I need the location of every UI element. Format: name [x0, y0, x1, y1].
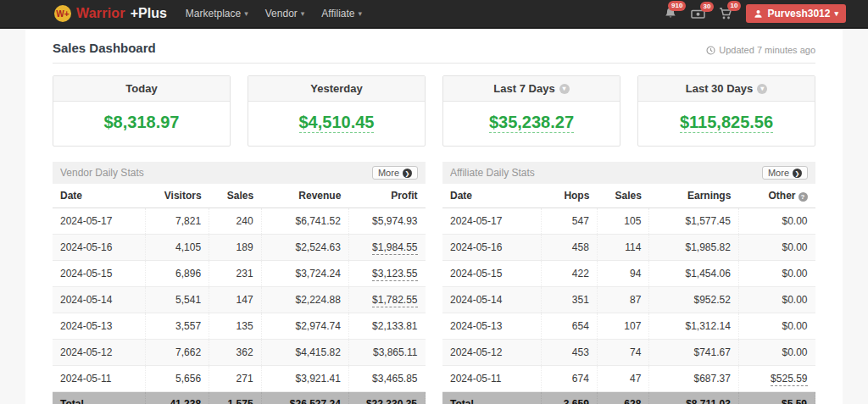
tooltip-value[interactable]: $1,782.55 [372, 294, 417, 307]
value-cell: $687.37 [649, 366, 738, 392]
column-header: Other? [738, 184, 815, 208]
value-cell: $3,921.41 [261, 366, 348, 392]
card-label: Today [125, 82, 157, 95]
value-cell: $3,465.85 [348, 366, 425, 392]
affiliate-stats-table: DateHopsSalesEarningsOther? 2024-05-1754… [442, 184, 815, 404]
person-icon [754, 9, 763, 19]
value-cell: $1,782.55 [348, 287, 425, 313]
value-cell: $2,524.63 [261, 235, 348, 261]
value-cell: $1,985.82 [649, 235, 738, 261]
notifications-button[interactable]: 910 [664, 7, 677, 20]
date-cell: 2024-05-16 [442, 235, 541, 261]
card-last-30-days: Last 30 Days ▾ $115,825.56 [637, 75, 815, 147]
brand-name-plus: +Plus [131, 6, 167, 21]
chevron-down-circle-icon[interactable]: ▾ [559, 84, 570, 94]
user-menu-button[interactable]: Purvesh3012 ▾ [746, 4, 846, 23]
total-cell: 1,575 [209, 392, 262, 404]
value-cell: $2,133.81 [348, 313, 425, 340]
vendor-stats-table: DateVisitorsSalesRevenueProfit 2024-05-1… [53, 184, 426, 404]
cart-button[interactable]: 10 [719, 7, 732, 20]
notifications-badge: 910 [668, 1, 686, 11]
value-cell: 351 [541, 287, 597, 313]
card-header: Last 30 Days ▾ [638, 76, 815, 102]
top-navbar: W+ Warrior+Plus Marketplace ▾ Vendor ▾ A… [0, 0, 868, 29]
value-cell: 47 [597, 366, 649, 392]
value-cell: 240 [209, 208, 262, 235]
total-cell: 41,238 [146, 392, 209, 404]
table-row: 2024-05-1167447$687.37$525.59 [442, 366, 815, 392]
date-cell: 2024-05-17 [53, 208, 146, 235]
vendor-more-button[interactable]: More ❯ [372, 166, 418, 180]
tooltip-value[interactable]: $3,123.55 [372, 268, 417, 281]
menu-item-vendor[interactable]: Vendor ▾ [265, 8, 305, 19]
main-menu: Marketplace ▾ Vendor ▾ Affiliate ▾ [186, 8, 362, 19]
sales-button[interactable]: 30 [691, 8, 705, 20]
value-cell: 3,557 [146, 313, 209, 340]
total-cell: 628 [597, 392, 649, 404]
help-icon[interactable]: ? [798, 192, 808, 202]
panel-header: Vendor Daily Stats More ❯ [53, 162, 426, 184]
column-header: Date [442, 184, 541, 208]
menu-item-label: Vendor [265, 8, 298, 19]
value-cell: 147 [209, 287, 262, 313]
total-cell: $5.59 [738, 392, 815, 404]
more-label: More [768, 168, 789, 178]
value-cell: $4,415.82 [261, 340, 348, 366]
sales-badge: 30 [700, 2, 715, 12]
value-cell: 5,656 [146, 366, 209, 392]
chevron-down-icon: ▾ [358, 9, 362, 18]
table-row: 2024-05-13654107$1,312.14$0.00 [442, 313, 815, 340]
table-row: 2024-05-133,557135$2,974.74$2,133.81 [53, 313, 426, 340]
value-cell: $0.00 [738, 340, 815, 366]
value-cell: 114 [597, 235, 649, 261]
affiliate-stats-panel: Affiliate Daily Stats More ❯ DateHopsSal… [442, 162, 815, 404]
total-row: Total3,659628$8,711.03$5.59 [442, 392, 815, 404]
value-cell: $741.67 [649, 340, 738, 366]
chevron-down-icon: ▾ [244, 9, 248, 18]
value-cell: $3,123.55 [348, 261, 425, 287]
chevron-down-icon: ▾ [301, 9, 305, 18]
warriorplus-logo-icon: W+ [54, 5, 71, 22]
affiliate-more-button[interactable]: More ❯ [762, 166, 808, 180]
value-cell: $952.52 [649, 287, 738, 313]
table-row: 2024-05-115,656271$3,921.41$3,465.85 [53, 366, 426, 392]
column-header: Revenue [261, 184, 348, 208]
card-amount: $8,318.97 [104, 113, 180, 131]
table-row: 2024-05-127,662362$4,415.82$3,865.11 [53, 340, 426, 366]
value-cell: $0.00 [738, 261, 815, 287]
value-cell: $0.00 [738, 313, 815, 340]
chevron-down-circle-icon[interactable]: ▾ [757, 84, 767, 94]
column-header: Sales [597, 184, 649, 208]
value-cell: 135 [209, 313, 262, 340]
card-amount: $35,238.27 [489, 113, 574, 133]
page-title: Sales Dashboard [53, 41, 156, 55]
total-cell: $22,330.35 [348, 392, 425, 404]
value-cell: 422 [541, 261, 597, 287]
username-label: Purvesh3012 [767, 8, 830, 19]
date-cell: 2024-05-17 [442, 208, 541, 235]
value-cell: 547 [541, 208, 597, 235]
card-yesterday: Yesterday ▾ $4,510.45 [248, 75, 426, 147]
column-header: Hops [541, 184, 597, 208]
value-cell: $1,454.06 [649, 261, 738, 287]
menu-item-marketplace[interactable]: Marketplace ▾ [186, 8, 248, 19]
value-cell: 654 [541, 313, 597, 340]
card-header: Last 7 Days ▾ [443, 76, 620, 102]
table-row: 2024-05-156,896231$3,724.24$3,123.55 [53, 261, 426, 287]
date-cell: 2024-05-14 [442, 287, 541, 313]
date-cell: 2024-05-15 [442, 261, 541, 287]
arrow-right-circle-icon: ❯ [793, 169, 802, 178]
clock-icon [706, 46, 715, 55]
card-header: Today ▾ [53, 76, 230, 102]
value-cell: 458 [541, 235, 597, 261]
brand-logo[interactable]: W+ Warrior+Plus [54, 5, 167, 22]
value-cell: 7,821 [146, 208, 209, 235]
total-cell: Total [53, 392, 146, 404]
value-cell: $2,974.74 [261, 313, 348, 340]
tooltip-value[interactable]: $1,984.55 [372, 241, 417, 255]
date-cell: 2024-05-11 [442, 366, 541, 392]
table-row: 2024-05-1542294$1,454.06$0.00 [442, 261, 815, 287]
menu-item-affiliate[interactable]: Affiliate ▾ [321, 8, 362, 19]
tooltip-value[interactable]: $525.59 [771, 373, 807, 386]
value-cell: 271 [209, 366, 262, 392]
